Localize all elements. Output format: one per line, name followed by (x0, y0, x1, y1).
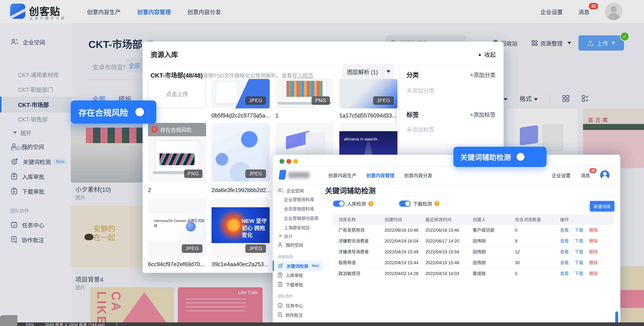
col-created: 创建时间 (385, 215, 402, 225)
window-titlebar[interactable] (273, 155, 620, 166)
asset-thumbnail[interactable]: JPEG (212, 79, 270, 108)
nav-item-distribution[interactable]: 创意内容分发 (404, 172, 432, 179)
viewer-image-info: 3568 像素 X 1804 像素 (144 ppi) (45, 322, 105, 326)
delete-link[interactable]: 删除 (589, 271, 598, 276)
table-row[interactable]: 极限用语 2022/04/19 15:44 2022/04/19 15:48 田… (333, 257, 614, 268)
table-row[interactable]: 涉嫌诱导消费者 2022/04/19 15:49 2022/04/19 15:5… (333, 246, 614, 257)
sidebar-label: 展开 (284, 233, 292, 239)
download-link[interactable]: 下载 (575, 239, 583, 243)
window-dot-red[interactable] (286, 159, 291, 164)
viewer-chevron[interactable]: 〉 (116, 322, 120, 326)
nav-item-production[interactable]: 创意内容生产 (328, 172, 356, 179)
new-lexicon-button[interactable]: 新建词库 (590, 201, 614, 211)
win-sidebar-expand-toggle[interactable]: 展开 (279, 232, 292, 240)
cell-creator: 田伟刚 (473, 246, 486, 257)
delete-link[interactable]: 删除 (589, 239, 598, 243)
table-row[interactable]: 涉嫌欺诈消费者 2022/04/19 16:04 2022/06/17 14:2… (333, 236, 614, 247)
risk-callout-badge[interactable]: 存在合规风险 (71, 100, 156, 124)
cell-modified: 2022/04/19 15:59 (426, 246, 459, 257)
viewer-zoom-level[interactable]: 50% (26, 322, 34, 326)
col-name: 词库名称 (338, 215, 356, 225)
import-spec-link[interactable]: 导入规范 (292, 73, 313, 79)
cell-count: 0 (515, 225, 517, 236)
messages-link[interactable]: 消息 48 (581, 172, 590, 179)
asset-name[interactable]: 2 (148, 187, 151, 194)
view-link[interactable]: 查看 (560, 239, 569, 243)
cell-name: 广告发禁用词 (338, 225, 364, 236)
asset-name[interactable]: 6cc94cf97e2ef69d70... (148, 261, 205, 268)
inbound-check-toggle[interactable] (333, 201, 344, 207)
modal-header: 资源入库 ▲ 收起 (142, 42, 504, 65)
download-link[interactable]: 下载 (575, 271, 583, 276)
win-sidebar-download-approval[interactable]: 下载审批 (273, 280, 323, 289)
viewer-corner-panel (0, 315, 17, 326)
win-sidebar-lib-3[interactable]: 上海静安校区 (284, 223, 310, 231)
download-link[interactable]: 下载 (575, 249, 583, 254)
win-sidebar-collab-notes[interactable]: 协作批注 (273, 310, 323, 319)
window-dot-green[interactable] (280, 159, 284, 164)
no-tag-text: 未添加标签 (406, 125, 434, 133)
asset-thumbnail[interactable]: JPEG (212, 123, 270, 182)
chevron-down-icon (279, 235, 282, 237)
delete-link[interactable]: 删除 (589, 228, 598, 233)
clipboard-up-icon (278, 272, 282, 278)
win-sidebar-my-space[interactable]: 我的空间 (273, 240, 323, 249)
asset-name[interactable]: 2da6e3fe1992bbb2d2... (212, 187, 271, 194)
sidebar-label: 任务中心 (286, 302, 303, 309)
view-link[interactable]: 查看 (560, 228, 569, 233)
asset-name[interactable]: 39c1e4aa40ec2a253... (212, 261, 268, 268)
chevron-down-icon[interactable] (383, 70, 394, 73)
window-logo-blurred-text (288, 172, 310, 178)
keyword-callout-badge[interactable]: 关键词辅助检测 (454, 147, 546, 167)
win-sidebar-keyword-check-active[interactable]: 关键词检测 Beta (273, 261, 322, 271)
layer-parse-button[interactable]: 图层解析 (1) (342, 64, 394, 79)
delete-link[interactable]: 删除 (589, 249, 598, 254)
win-sidebar-inbound-approval[interactable]: 入库审批 (273, 270, 323, 280)
button-label: 图层解析 (1) (342, 68, 382, 76)
thumb-art (216, 83, 237, 103)
view-link[interactable]: 查看 (560, 260, 569, 265)
cell-modified: 2022/06/16 10:46 (426, 225, 459, 236)
view-link[interactable]: 查看 (560, 271, 569, 276)
asset-thumbnail[interactable]: HarmonyOS Connect 品牌正式启用 JPEG (148, 199, 206, 256)
upload-tile[interactable]: 点击上传 (148, 79, 206, 108)
thumb-art: NEW 坚守初心 拥抱变化 (212, 207, 270, 243)
collapse-button[interactable]: ▲ 收起 (478, 50, 496, 58)
table-row[interactable]: 广告发禁用词 2022/06/16 10:46 2022/06/16 10:46… (333, 225, 614, 236)
win-sidebar-lib-1[interactable]: 全员营销资料库 (284, 205, 314, 213)
asset-thumbnail[interactable]: JPEG (339, 79, 398, 108)
asset-name[interactable]: 1a17c5d5576094d33... (339, 112, 396, 119)
asset-name[interactable]: 1 (276, 112, 278, 119)
table-row[interactable]: 政治敏感词 2022/04/02 14:28 2022/04/19 16:03 … (333, 268, 614, 279)
user-avatar[interactable] (600, 171, 610, 180)
nav-item-management[interactable]: 创意内容管理 (366, 172, 394, 179)
thumb-art (186, 222, 196, 232)
window-dot-yellow[interactable] (293, 159, 298, 164)
cell-creator: 客成徐 (473, 268, 486, 279)
cell-modified: 2022/06/17 14:20 (426, 236, 459, 246)
asset-thumbnail[interactable]: NEW 坚守初心 拥抱变化 JPEG (212, 199, 270, 256)
help-icon[interactable]: ? (368, 201, 374, 206)
sidebar-label: 下载审批 (286, 281, 303, 288)
delete-link[interactable]: 删除 (589, 260, 598, 265)
asset-name[interactable]: 0b5f94d2c2c9773a5a... (212, 112, 270, 119)
enterprise-settings-link[interactable]: 企业设置 (552, 172, 570, 179)
win-sidebar-lib-0[interactable]: 企业营销资料库 (284, 195, 314, 203)
add-tag-button[interactable]: +添加标签 (470, 110, 496, 118)
win-sidebar-enterprise-space[interactable]: 企业空间 (273, 186, 323, 195)
window-logo-icon (278, 170, 286, 180)
download-check-toggle[interactable] (399, 201, 410, 207)
download-link[interactable]: 下载 (575, 260, 583, 265)
add-category-button[interactable]: +添加分类 (470, 70, 496, 79)
win-sidebar-task-center[interactable]: 任务中心 (273, 301, 323, 310)
asset-thumbnail-risk[interactable]: ! 存在合规风险 PNG (148, 123, 206, 182)
win-sidebar-lib-2[interactable]: 企业营销部内容库 (284, 214, 318, 222)
toggle-label: 入库检测 (347, 200, 366, 207)
download-link[interactable]: 下载 (575, 228, 583, 233)
messages-badge: 48 (590, 168, 596, 173)
asset-thumbnail[interactable]: PNG (276, 79, 334, 108)
cell-count: 12 (515, 246, 520, 257)
cell-created: 2022/04/02 14:28 (385, 268, 418, 279)
view-link[interactable]: 查看 (560, 249, 569, 254)
help-icon[interactable]: ? (434, 201, 440, 206)
